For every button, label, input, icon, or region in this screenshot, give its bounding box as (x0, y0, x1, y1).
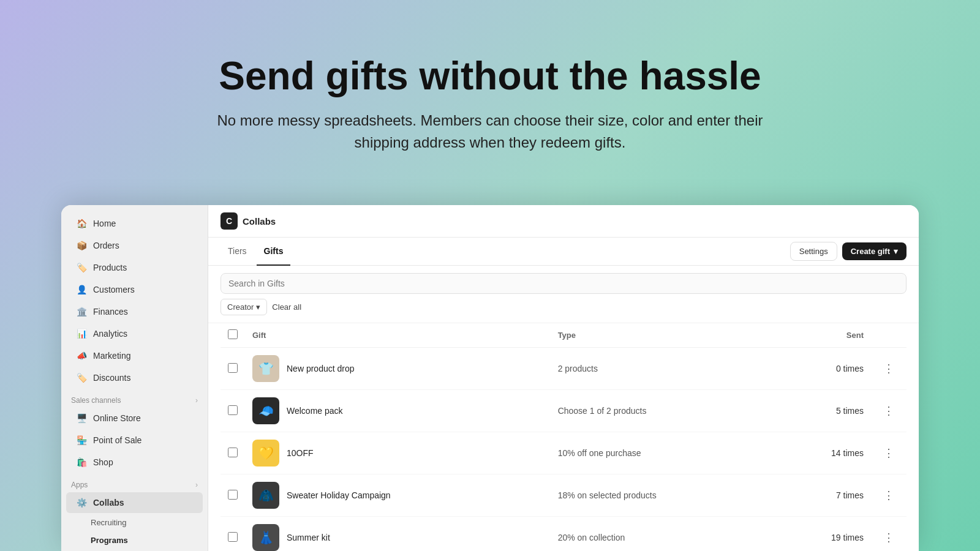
gift-col-header: Gift (245, 323, 551, 348)
gift-type-4: 18% on selected products (551, 474, 777, 517)
gift-thumbnail-2: 🧢 (252, 397, 279, 424)
sidebar-label-products: Products (93, 263, 127, 272)
app-name: Collabs (243, 216, 276, 227)
gift-actions-2: ⋮ (871, 390, 907, 432)
row-checkbox-3[interactable] (228, 448, 238, 457)
sidebar-subitem-recruiting[interactable]: Recruiting (66, 514, 203, 531)
collabs-icon: ⚙️ (76, 497, 87, 508)
sidebar-item-discounts[interactable]: 🏷️ Discounts (66, 367, 203, 388)
home-icon: 🏠 (76, 218, 87, 229)
gift-thumbnail-3: 💛 (252, 440, 279, 467)
row-checkbox-cell (221, 517, 245, 552)
row-checkbox-2[interactable] (228, 405, 238, 415)
pos-icon: 🏪 (76, 435, 87, 446)
gift-name-1: New product drop (287, 364, 355, 373)
tab-tiers[interactable]: Tiers (221, 238, 254, 266)
sidebar-label-orders: Orders (93, 241, 119, 250)
gift-name-cell-5: 👗 Summer kit (245, 517, 551, 552)
sidebar-item-analytics[interactable]: 📊 Analytics (66, 323, 203, 344)
sidebar-item-online-store[interactable]: 🖥️ Online Store (66, 408, 203, 429)
sidebar-item-products[interactable]: 🏷️ Products (66, 257, 203, 278)
gift-name-cell-1: 👕 New product drop (245, 348, 551, 390)
gift-sent-3: 14 times (777, 432, 871, 474)
thumb-icon-4: 🧥 (258, 488, 274, 503)
table-row: 👕 New product drop 2 products 0 times ⋮ (221, 348, 907, 390)
sidebar-label-recruiting: Recruiting (91, 518, 127, 527)
hero-section: Send gifts without the hassle No more me… (0, 0, 980, 208)
more-options-button-1[interactable]: ⋮ (878, 359, 899, 378)
row-checkbox-5[interactable] (228, 532, 238, 542)
more-options-button-5[interactable]: ⋮ (878, 528, 899, 547)
sidebar-subitem-programs[interactable]: Programs (66, 532, 203, 549)
gift-sent-1: 0 times (777, 348, 871, 390)
sidebar-item-orders[interactable]: 📦 Orders (66, 235, 203, 256)
row-checkbox-cell (221, 348, 245, 390)
thumb-icon-1: 👕 (258, 361, 274, 376)
more-options-button-2[interactable]: ⋮ (878, 402, 899, 420)
actions-col-header (871, 323, 907, 348)
type-col-header: Type (551, 323, 777, 348)
sidebar-item-shop[interactable]: 🛍️ Shop (66, 452, 203, 473)
table-row: 🧢 Welcome pack Choose 1 of 2 products 5 … (221, 390, 907, 432)
marketing-icon: 📣 (76, 350, 87, 361)
clear-all-button[interactable]: Clear all (272, 302, 301, 312)
sidebar-label-analytics: Analytics (93, 329, 127, 339)
sidebar-item-customers[interactable]: 👤 Customers (66, 279, 203, 300)
gift-name-4: Sweater Holiday Campaign (287, 490, 391, 500)
sidebar-item-home[interactable]: 🏠 Home (66, 213, 203, 234)
sidebar-item-finances[interactable]: 🏛️ Finances (66, 301, 203, 322)
row-checkbox-cell (221, 432, 245, 474)
sidebar-item-point-of-sale[interactable]: 🏪 Point of Sale (66, 430, 203, 451)
sent-col-header: Sent (777, 323, 871, 348)
app-window: 🏠 Home 📦 Orders 🏷️ Products 👤 Customers … (61, 205, 919, 551)
gift-actions-1: ⋮ (871, 348, 907, 390)
apps-arrow: › (195, 481, 198, 489)
gift-name-5: Summer kit (287, 533, 330, 542)
filter-chips: Creator ▾ Clear all (221, 299, 907, 315)
thumb-icon-2: 🧢 (258, 403, 274, 418)
gift-name-cell-2: 🧢 Welcome pack (245, 390, 551, 432)
create-gift-button[interactable]: Create gift ▾ (842, 242, 907, 260)
sidebar-item-collabs[interactable]: ⚙️ Collabs (66, 492, 203, 513)
apps-label: Apps (71, 481, 88, 489)
chevron-down-icon: ▾ (894, 247, 898, 256)
table-wrapper: Gift Type Sent (208, 323, 919, 551)
sidebar-item-marketing[interactable]: 📣 Marketing (66, 345, 203, 366)
gift-type-5: 20% on collection (551, 517, 777, 552)
gifts-table: Gift Type Sent (221, 323, 907, 551)
shop-icon: 🛍️ (76, 457, 87, 468)
gift-thumbnail-4: 🧥 (252, 482, 279, 509)
row-checkbox-cell (221, 390, 245, 432)
products-icon: 🏷️ (76, 262, 87, 273)
chevron-down-icon: ▾ (256, 302, 260, 312)
sidebar-label-discounts: Discounts (93, 373, 130, 383)
tab-gifts[interactable]: Gifts (257, 238, 291, 266)
table-row: 🧥 Sweater Holiday Campaign 18% on select… (221, 474, 907, 517)
table-row: 👗 Summer kit 20% on collection 19 times … (221, 517, 907, 552)
gift-actions-5: ⋮ (871, 517, 907, 552)
more-options-button-4[interactable]: ⋮ (878, 486, 899, 504)
tabs-left: Tiers Gifts (221, 238, 290, 265)
gift-type-1: 2 products (551, 348, 777, 390)
creator-filter-chip[interactable]: Creator ▾ (221, 299, 267, 315)
discounts-icon: 🏷️ (76, 372, 87, 383)
search-input[interactable] (221, 273, 907, 294)
settings-button[interactable]: Settings (790, 242, 837, 261)
gift-name-cell-3: 💛 10OFF (245, 432, 551, 474)
tabs-bar: Tiers Gifts Settings Create gift ▾ (208, 238, 919, 266)
sidebar-label-online-store: Online Store (93, 413, 141, 423)
row-checkbox-4[interactable] (228, 490, 238, 500)
content-area: Tiers Gifts Settings Create gift ▾ (208, 238, 919, 551)
table-row: 💛 10OFF 10% off one purchase 14 times ⋮ (221, 432, 907, 474)
sales-channels-label: Sales channels (71, 396, 121, 405)
app-logo: C (221, 212, 238, 230)
thumb-icon-5: 👗 (258, 530, 274, 545)
sidebar-label-pos: Point of Sale (93, 435, 141, 445)
row-checkbox-1[interactable] (228, 363, 238, 373)
select-all-checkbox[interactable] (228, 329, 238, 339)
customers-icon: 👤 (76, 284, 87, 295)
sidebar-label-home: Home (93, 219, 116, 228)
sidebar: 🏠 Home 📦 Orders 🏷️ Products 👤 Customers … (61, 205, 208, 551)
more-options-button-3[interactable]: ⋮ (878, 444, 899, 462)
sidebar-label-collabs: Collabs (93, 498, 124, 508)
